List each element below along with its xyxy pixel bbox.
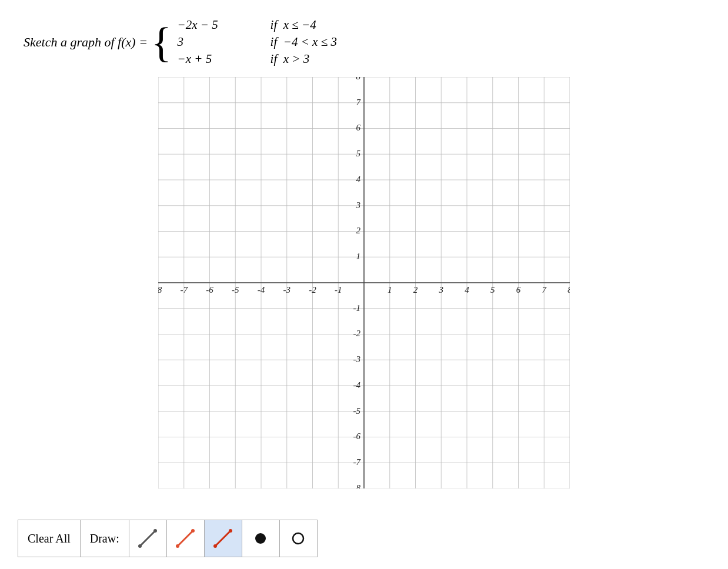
case-3-cond: if x > 3 [271,52,310,66]
svg-point-9 [255,533,266,544]
case-2-expr: 3 [178,35,260,49]
brace-symbol: { [151,21,172,63]
graph-wrapper [24,77,704,488]
svg-point-8 [229,529,232,533]
case-1-cond: if x ≤ −4 [271,18,316,32]
svg-point-4 [176,544,179,548]
case-3-expr: −x + 5 [178,52,260,66]
toolbar: Clear All Draw: [18,520,318,557]
case-2: 3 if −4 < x ≤ 3 [178,35,337,49]
piecewise-cases: −2x − 5 if x ≤ −4 3 if −4 < x ≤ 3 −x + 5… [178,18,337,66]
case-1-expr: −2x − 5 [178,18,260,32]
line-tool-2-icon [174,527,196,550]
dot-open-button[interactable] [280,520,318,557]
dot-open-icon [287,527,309,550]
svg-point-10 [293,533,303,544]
dot-filled-button[interactable] [242,520,280,557]
line-tool-1-icon [136,527,159,550]
problem-intro: Sketch a graph of f(x) = [24,35,148,50]
case-1: −2x − 5 if x ≤ −4 [178,18,337,32]
line-tool-2-button[interactable] [167,520,205,557]
line-tool-3-button[interactable] [205,520,242,557]
case-2-cond: if −4 < x ≤ 3 [271,35,337,49]
piecewise-function: { −2x − 5 if x ≤ −4 3 if −4 < x ≤ 3 −x +… [151,18,337,66]
svg-point-1 [138,544,142,548]
svg-point-5 [191,529,195,533]
graph-canvas[interactable] [158,77,570,488]
svg-line-3 [178,531,193,546]
problem-area: Sketch a graph of f(x) = { −2x − 5 if x … [24,18,704,66]
line-tool-1-button[interactable] [129,520,167,557]
line-tool-3-icon [212,527,234,550]
dot-filled-icon [249,527,272,550]
case-3: −x + 5 if x > 3 [178,52,337,66]
svg-line-0 [140,531,155,546]
page: Sketch a graph of f(x) = { −2x − 5 if x … [0,0,728,569]
svg-line-6 [215,531,231,546]
svg-point-7 [213,544,217,548]
draw-label: Draw: [81,520,129,557]
svg-point-2 [153,529,157,533]
clear-all-button[interactable]: Clear All [18,520,81,557]
